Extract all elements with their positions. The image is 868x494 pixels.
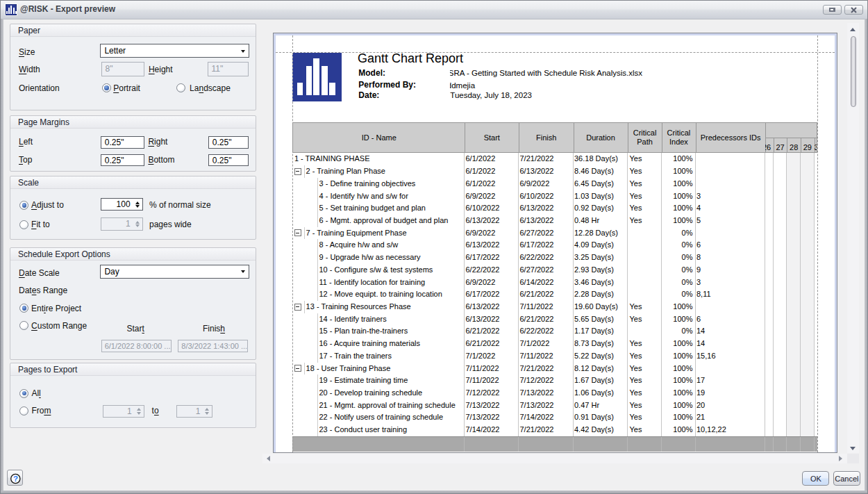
svg-text:?: ? <box>13 475 18 484</box>
